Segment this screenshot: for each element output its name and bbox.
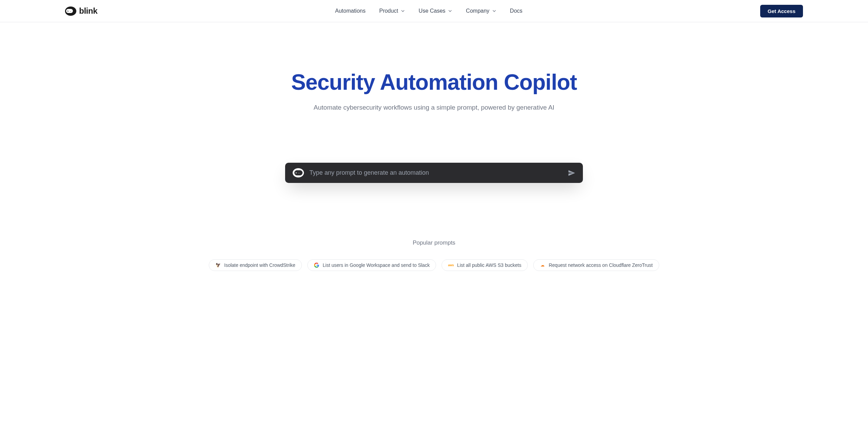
nav-product-label: Product <box>379 8 398 14</box>
prompt-box <box>285 163 583 183</box>
chip-label: List all public AWS S3 buckets <box>457 262 521 268</box>
chip-label: Isolate endpoint with CrowdStrike <box>224 262 295 268</box>
blink-logo-icon <box>65 7 76 16</box>
prompt-input[interactable] <box>309 169 562 176</box>
nav-docs[interactable]: Docs <box>510 8 522 14</box>
popular-prompts-title: Popular prompts <box>0 239 868 246</box>
crowdstrike-icon: 🦅 <box>215 262 221 268</box>
chip-label: List users in Google Workspace and send … <box>323 262 430 268</box>
blink-prompt-icon <box>293 168 304 177</box>
nav-company-label: Company <box>466 8 489 14</box>
prompt-chip-cloudflare[interactable]: ☁ Request network access on Cloudflare Z… <box>533 259 659 271</box>
nav-use-cases[interactable]: Use Cases <box>419 8 452 14</box>
nav-automations-label: Automations <box>335 8 366 14</box>
chevron-down-icon <box>401 9 405 13</box>
logo[interactable]: blink <box>65 6 98 16</box>
get-access-button[interactable]: Get Access <box>760 5 803 17</box>
chip-label: Request network access on Cloudflare Zer… <box>549 262 653 268</box>
site-header: blink Automations Product Use Cases Comp… <box>0 0 868 22</box>
chevron-down-icon <box>492 9 496 13</box>
nav-automations[interactable]: Automations <box>335 8 366 14</box>
aws-icon: aws <box>448 262 454 268</box>
prompt-chip-google[interactable]: List users in Google Workspace and send … <box>307 259 436 271</box>
google-icon <box>314 262 319 268</box>
popular-prompts-section: Popular prompts 🦅 Isolate endpoint with … <box>0 239 868 271</box>
cloudflare-icon: ☁ <box>540 262 545 268</box>
hero-title: Security Automation Copilot <box>0 70 868 94</box>
prompt-chip-aws[interactable]: aws List all public AWS S3 buckets <box>442 259 528 271</box>
hero-subtitle: Automate cybersecurity workflows using a… <box>0 104 868 111</box>
logo-text: blink <box>79 6 98 16</box>
prompt-chip-crowdstrike[interactable]: 🦅 Isolate endpoint with CrowdStrike <box>209 259 302 271</box>
send-icon[interactable] <box>568 169 575 177</box>
nav-company[interactable]: Company <box>466 8 496 14</box>
hero-section: Security Automation Copilot Automate cyb… <box>0 22 868 111</box>
nav-product[interactable]: Product <box>379 8 405 14</box>
main-nav: Automations Product Use Cases Company Do… <box>335 8 522 14</box>
prompt-chips-container: 🦅 Isolate endpoint with CrowdStrike List… <box>0 259 868 271</box>
prompt-container <box>278 163 590 183</box>
nav-docs-label: Docs <box>510 8 522 14</box>
chevron-down-icon <box>448 9 452 13</box>
nav-use-cases-label: Use Cases <box>419 8 445 14</box>
